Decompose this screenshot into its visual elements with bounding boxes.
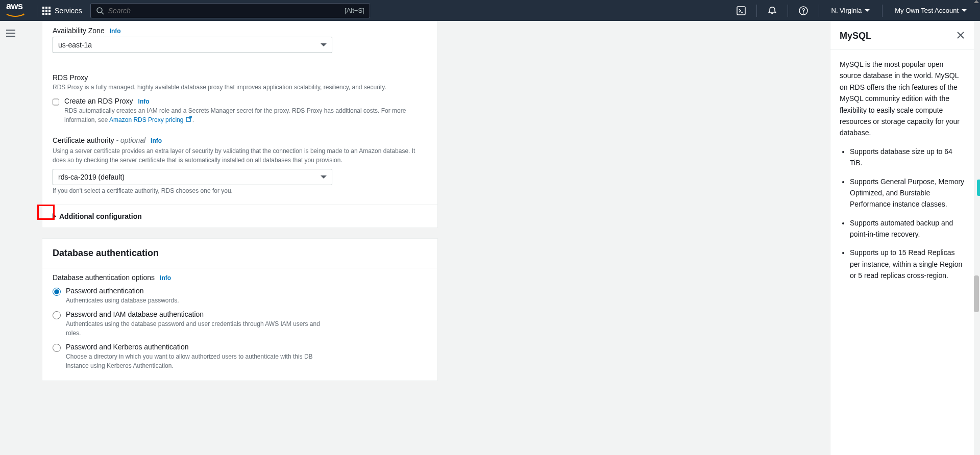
account-menu[interactable]: My Own Test Account — [888, 7, 974, 14]
region-label: N. Virginia — [831, 7, 862, 14]
database-authentication-card: Database authentication Database authent… — [42, 238, 438, 381]
rds-proxy-info-link[interactable]: Info — [138, 98, 150, 105]
chevron-down-icon — [321, 175, 327, 179]
create-rds-proxy-label: Create an RDS Proxy — [64, 97, 133, 105]
svg-point-5 — [803, 12, 804, 13]
help-panel-close-button[interactable] — [957, 30, 965, 42]
db-auth-options-label: Database authentication options — [53, 273, 155, 282]
help-bullet: Supports database size up to 64 TiB. — [850, 146, 965, 169]
connectivity-card: Availability Zone Info us-east-1a RDS Pr… — [42, 21, 438, 228]
auth-password-radio[interactable] — [53, 288, 61, 296]
create-rds-proxy-checkbox[interactable] — [53, 98, 59, 106]
auth-password-desc: Authenticates using database passwords. — [66, 296, 179, 305]
cert-authority-note: If you don't select a certificate author… — [53, 187, 427, 194]
external-link-icon — [185, 115, 192, 125]
scroll-up-arrow[interactable] — [974, 0, 979, 3]
help-bullet: Supports up to 15 Read Replicas per inst… — [850, 247, 965, 281]
cert-authority-label: Certificate authority — [53, 136, 114, 144]
global-search[interactable]: [Alt+S] — [90, 3, 370, 18]
side-nav-toggle[interactable] — [6, 28, 15, 39]
auth-password-label: Password authentication — [66, 287, 179, 295]
certificate-authority-select[interactable]: rds-ca-2019 (default) — [53, 169, 332, 185]
auth-iam-radio[interactable] — [53, 311, 61, 319]
cert-authority-value: rds-ca-2019 (default) — [58, 173, 125, 181]
auth-kerberos-radio[interactable] — [53, 344, 61, 352]
nav-divider — [788, 5, 788, 17]
svg-point-0 — [97, 8, 102, 13]
services-label: Services — [55, 7, 82, 15]
help-icon — [799, 6, 808, 15]
account-label: My Own Test Account — [895, 7, 959, 14]
auth-kerberos-desc: Choose a directory in which you want to … — [66, 352, 331, 370]
cert-authority-desc: Using a server certificate provides an e… — [53, 146, 425, 165]
rds-proxy-desc: RDS Proxy is a fully managed, highly ava… — [53, 83, 427, 92]
az-info-link[interactable]: Info — [110, 28, 121, 35]
aws-logo[interactable]: aws — [6, 6, 24, 16]
bell-icon — [768, 6, 777, 15]
region-selector[interactable]: N. Virginia — [824, 7, 877, 14]
cert-authority-info-link[interactable]: Info — [151, 137, 162, 144]
help-panel-title: MySQL — [840, 31, 871, 41]
search-shortcut-hint: [Alt+S] — [345, 7, 364, 14]
rds-proxy-heading: RDS Proxy — [53, 73, 427, 82]
db-auth-info-link[interactable]: Info — [160, 274, 171, 282]
cloudshell-icon — [737, 6, 746, 15]
auth-kerberos-label: Password and Kerberos authentication — [66, 343, 331, 351]
close-icon — [957, 31, 965, 39]
auth-iam-desc: Authenticates using the database passwor… — [66, 319, 331, 338]
help-bullet: Supports automated backup and point-in-t… — [850, 217, 965, 240]
help-panel-intro: MySQL is the most popular open source da… — [840, 59, 965, 139]
nav-divider — [882, 5, 883, 17]
additional-config-label: Additional configuration — [59, 212, 142, 220]
svg-line-1 — [102, 12, 104, 14]
cert-authority-optional: - optional — [114, 136, 145, 144]
nav-divider — [756, 5, 757, 17]
az-value: us-east-1a — [58, 41, 92, 49]
cloudshell-button[interactable] — [731, 1, 751, 21]
nav-divider — [819, 5, 819, 17]
rds-proxy-period: . — [192, 116, 194, 123]
top-nav: aws Services [Alt+S] N. Virginia — [0, 0, 980, 21]
side-pill-indicator — [977, 180, 980, 196]
help-bullet: Supports General Purpose, Memory Optimiz… — [850, 176, 965, 210]
search-input[interactable] — [108, 7, 345, 15]
additional-configuration-expander[interactable]: Additional configuration — [42, 205, 437, 228]
notifications-button[interactable] — [762, 1, 782, 21]
grid-icon — [42, 7, 51, 15]
availability-zone-select[interactable]: us-east-1a — [53, 37, 332, 53]
chevron-down-icon — [962, 9, 967, 12]
help-panel-bullets: Supports database size up to 64 TiB. Sup… — [850, 146, 965, 282]
rds-proxy-pricing-link[interactable]: Amazon RDS Proxy pricing — [109, 116, 183, 123]
search-icon — [96, 7, 104, 15]
caret-right-icon — [53, 213, 56, 219]
nav-divider — [37, 5, 37, 17]
aws-swoosh-icon — [6, 13, 24, 18]
az-label: Availability Zone — [53, 27, 105, 35]
chevron-down-icon — [865, 9, 870, 12]
scrollbar-thumb[interactable] — [974, 275, 979, 312]
help-button[interactable] — [793, 1, 814, 21]
services-menu-button[interactable]: Services — [42, 7, 82, 15]
highlight-box — [37, 205, 55, 220]
chevron-down-icon — [321, 43, 327, 46]
db-auth-header: Database authentication — [42, 239, 437, 268]
auth-iam-label: Password and IAM database authentication — [66, 310, 331, 318]
help-panel: MySQL MySQL is the most popular open sou… — [830, 21, 974, 401]
